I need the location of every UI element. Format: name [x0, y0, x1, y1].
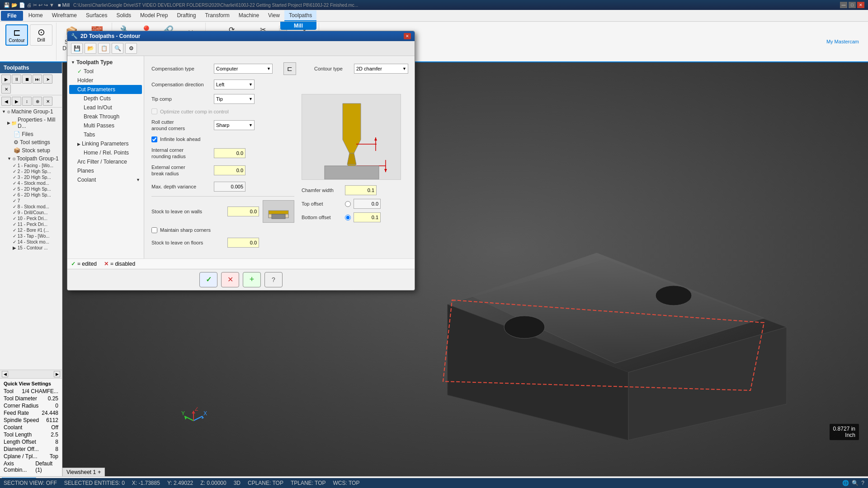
modal-tree-break-through[interactable]: Break Through	[69, 112, 142, 121]
qat-undo[interactable]: ↩	[38, 2, 42, 8]
qat-redo[interactable]: ↪	[44, 2, 48, 8]
modal-close-btn[interactable]: ✕	[404, 33, 411, 39]
tree-toolpath-group[interactable]: ▼ ⊕ Toolpath Group-1	[0, 155, 62, 163]
tree-files[interactable]: 📄 Files	[0, 130, 62, 138]
bottom-offset-radio[interactable]	[345, 215, 351, 221]
top-offset-input[interactable]	[354, 199, 381, 209]
tp-btn-x[interactable]: ✕	[43, 97, 52, 106]
tree-scroll-left[interactable]: ◀	[2, 371, 8, 377]
help-btn[interactable]: ?	[264, 272, 283, 287]
stock-floors-input[interactable]	[227, 238, 259, 248]
modal-tree-depth-cuts[interactable]: Depth Cuts	[69, 94, 142, 103]
tree-tp-2[interactable]: ✓ 2 - 2D High Sp...	[0, 169, 62, 174]
ok-btn[interactable]: ✓	[199, 272, 217, 287]
menu-drafting[interactable]: Drafting	[172, 10, 200, 21]
modal-tree-linking-params[interactable]: ▶Linking Parameters	[69, 139, 142, 148]
tree-machine-group[interactable]: ▼ ⊕ Machine Group-1	[0, 108, 62, 116]
tree-tp-6[interactable]: ✓ 6 - 2D High Sp...	[0, 192, 62, 198]
modal-tree-toolpath-type[interactable]: ▼ Toolpath Type	[69, 58, 142, 67]
qat-expand[interactable]: ▼	[49, 2, 54, 8]
file-menu[interactable]: File	[1, 11, 23, 21]
tree-tp-10[interactable]: ✓ 10 - Peck Dri...	[0, 216, 62, 221]
tree-tp-3[interactable]: ✓ 3 - 2D High Sp...	[0, 174, 62, 180]
external-corner-input[interactable]	[214, 165, 245, 175]
tp-btn-next[interactable]: ▶	[12, 97, 21, 106]
modal-tb-settings[interactable]: ⚙	[125, 43, 137, 54]
tree-tp-8[interactable]: ✓ 8 - Stock mod...	[0, 204, 62, 210]
tree-tp-13[interactable]: ✓ 13 - Tap - [Wo...	[0, 233, 62, 239]
modal-tree-holder[interactable]: Holder	[69, 76, 142, 85]
modal-tb-search[interactable]: 🔍	[112, 43, 123, 54]
roll-cutter-select[interactable]: Sharp All None	[214, 120, 255, 130]
status-globe-icon[interactable]: 🌐	[842, 480, 849, 486]
menu-view[interactable]: View	[264, 10, 284, 21]
tree-tp-11[interactable]: ✓ 11 - Peck Dri...	[0, 221, 62, 227]
maintain-corners-checkbox[interactable]	[151, 227, 157, 233]
tool-dir-btn-1[interactable]: ⊏	[283, 62, 296, 75]
tp-btn-prev[interactable]: ◀	[1, 97, 11, 106]
tp-btn-pause[interactable]: ⏸	[12, 75, 21, 84]
optimize-checkbox[interactable]	[151, 108, 157, 114]
modal-tree-home-rel[interactable]: Home / Rel. Points	[69, 148, 142, 157]
tree-tp-4[interactable]: ✓ 4 - Stock mod...	[0, 180, 62, 186]
comp-dir-select[interactable]: Left Right	[214, 80, 255, 89]
tip-comp-select[interactable]: Tip Center	[214, 94, 255, 104]
tp-btn-add[interactable]: ⊕	[33, 97, 42, 106]
modal-tree-cut-params[interactable]: Cut Parameters	[69, 85, 142, 94]
tree-tp-15[interactable]: ▶ 15 - Contour ...	[0, 245, 62, 251]
status-zoom-icon[interactable]: 🔍	[852, 480, 859, 486]
modal-tree-multi-passes[interactable]: Multi Passes	[69, 121, 142, 130]
tree-tp-5[interactable]: ✓ 5 - 2D High Sp...	[0, 186, 62, 192]
tree-properties[interactable]: ▶ 📁 Properties - Mill D...	[0, 116, 62, 130]
modal-tree-coolant[interactable]: Coolant ▼	[69, 175, 142, 184]
modal-tb-save[interactable]: 💾	[71, 43, 83, 54]
menu-toolpaths[interactable]: Toolpaths	[284, 10, 316, 21]
tp-btn-stop[interactable]: ⏹	[22, 75, 32, 84]
contour-type-select[interactable]: 2D 2D chamfer Ramp Remachining	[354, 64, 408, 74]
menu-model-prep[interactable]: Model Prep	[136, 10, 172, 21]
internal-corner-input[interactable]	[214, 148, 245, 158]
tree-tp-12[interactable]: ✓ 12 - Bore #1 (...	[0, 227, 62, 233]
modal-tree-tabs[interactable]: Tabs	[69, 130, 142, 139]
minimize-btn[interactable]: —	[840, 2, 847, 8]
menu-transform[interactable]: Transform	[200, 10, 234, 21]
modal-tree-lead-in-out[interactable]: Lead In/Out	[69, 103, 142, 112]
qat-save[interactable]: 💾	[4, 2, 10, 8]
my-mastercam-link[interactable]: My Mastercam	[826, 39, 859, 44]
modal-tree-tool[interactable]: ✓ Tool	[69, 67, 142, 76]
tree-tp-7[interactable]: ✓ 7	[0, 198, 62, 204]
modal-tb-copy[interactable]: 📋	[98, 43, 110, 54]
top-offset-radio[interactable]	[345, 201, 351, 207]
infinite-lookahead-checkbox[interactable]	[151, 136, 157, 142]
drill-btn[interactable]: ⊙ Drill	[30, 24, 52, 46]
menu-surfaces[interactable]: Surfaces	[81, 10, 112, 21]
menu-home[interactable]: Home	[24, 10, 47, 21]
cancel-btn[interactable]: ✕	[221, 272, 239, 287]
max-depth-input[interactable]	[214, 182, 245, 192]
modal-tree-arc-filter[interactable]: Arc Filter / Tolerance	[69, 157, 142, 166]
menu-solids[interactable]: Solids	[112, 10, 136, 21]
maximize-btn[interactable]: □	[849, 2, 856, 8]
comp-type-select[interactable]: Computer Control Wear Reverse Wear Off	[214, 64, 273, 74]
viewsheet-tab[interactable]: Viewsheet 1 +	[62, 468, 105, 476]
modal-tb-open[interactable]: 📂	[85, 43, 96, 54]
add-btn[interactable]: +	[243, 272, 261, 287]
tp-btn-delete[interactable]: ✕	[1, 84, 11, 94]
tree-tp-9[interactable]: ✓ 9 - Drill/Coun...	[0, 210, 62, 216]
tree-tp-1[interactable]: ✓ 1 - Facing - [Wo...	[0, 163, 62, 169]
tp-btn-skip[interactable]: ⏭	[33, 75, 42, 84]
tree-scroll-right[interactable]: ▶	[54, 371, 60, 377]
qat-cut[interactable]: ✂	[33, 2, 37, 8]
status-help-icon[interactable]: ?	[861, 480, 864, 486]
tree-stocksetup[interactable]: 📦 Stock setup	[0, 146, 62, 155]
menu-wireframe[interactable]: Wireframe	[47, 10, 81, 21]
bottom-offset-input[interactable]	[354, 212, 381, 222]
modal-tree-planes[interactable]: Planes	[69, 166, 142, 175]
tp-btn-play[interactable]: ▶	[1, 75, 11, 84]
contour-btn[interactable]: ⊏ Contour	[5, 24, 28, 46]
mill-tab[interactable]: Mill	[280, 22, 316, 30]
qat-newfile[interactable]: 📄	[19, 2, 25, 8]
tree-tp-14[interactable]: ✓ 14 - Stock mo...	[0, 239, 62, 245]
close-btn[interactable]: ✕	[857, 2, 864, 8]
chamfer-width-input[interactable]	[345, 185, 377, 195]
